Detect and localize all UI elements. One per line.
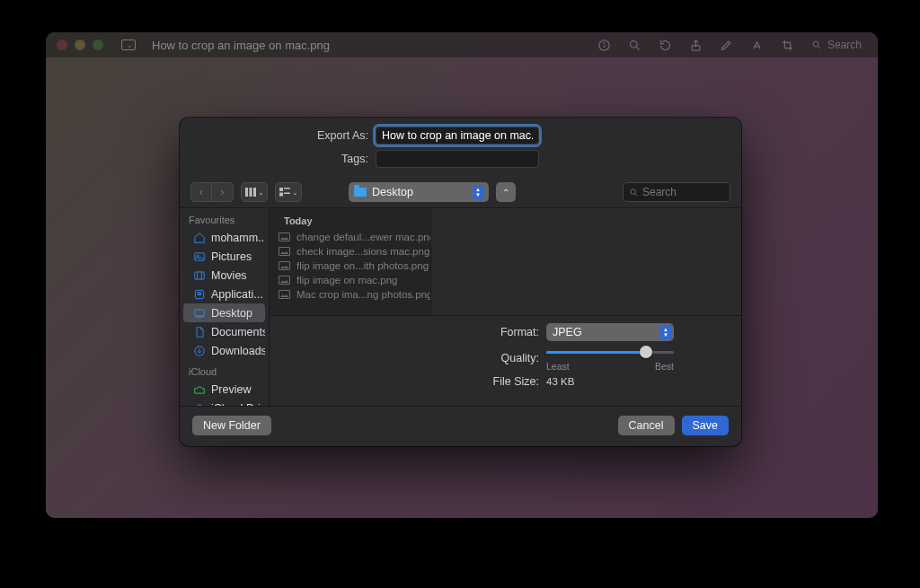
svg-rect-24 xyxy=(194,309,204,315)
svg-rect-10 xyxy=(249,188,252,197)
export-as-label: Export As: xyxy=(196,129,376,142)
cancel-button[interactable]: Cancel xyxy=(618,416,675,435)
quality-best-label: Best xyxy=(655,361,674,372)
svg-rect-23 xyxy=(195,290,203,298)
filename-input[interactable] xyxy=(376,127,539,145)
format-label: Format: xyxy=(286,326,546,338)
file-column: Today change defaul...ewer mac.png check… xyxy=(270,208,431,315)
filesize-value: 43 KB xyxy=(546,376,574,387)
sidebar-item-icloud-drive[interactable]: iCloud Dri... xyxy=(183,399,265,406)
image-file-icon xyxy=(279,276,290,285)
image-file-icon xyxy=(279,290,290,299)
today-header: Today xyxy=(270,208,430,230)
sidebar-item-movies[interactable]: Movies xyxy=(183,266,265,285)
quality-slider[interactable] xyxy=(546,345,674,359)
nav-toolbar: ‹ › ⌄ ⌄ Desktop ▲▼ ⌃ Search xyxy=(180,179,741,207)
minimize-window-button[interactable] xyxy=(75,39,85,50)
sidebar-item-home[interactable]: mohamm... xyxy=(183,228,265,247)
window-title: How to crop an image on mac.png xyxy=(152,39,590,52)
save-button[interactable]: Save xyxy=(682,416,730,435)
svg-rect-15 xyxy=(284,193,290,195)
save-sidebar: Favourites mohamm... Pictures Movies App… xyxy=(180,208,270,406)
close-window-button[interactable] xyxy=(57,39,67,50)
quality-label: Quality: xyxy=(286,352,546,364)
zoom-window-button[interactable] xyxy=(93,39,103,50)
image-file-icon xyxy=(279,261,290,270)
markup-icon[interactable] xyxy=(720,38,734,52)
sidebar-section-favourites: Favourites xyxy=(180,208,269,228)
svg-point-2 xyxy=(605,42,606,43)
sheet-footer: New Folder Cancel Save xyxy=(180,406,741,446)
location-label: Desktop xyxy=(372,186,467,198)
svg-rect-11 xyxy=(253,188,256,197)
quality-least-label: Least xyxy=(546,361,570,372)
tags-input[interactable] xyxy=(376,150,539,168)
sidebar-item-documents[interactable]: Documents xyxy=(183,322,265,341)
sidebar-section-icloud: iCloud xyxy=(180,360,269,380)
collapse-button[interactable]: ⌃ xyxy=(496,182,516,202)
folder-icon xyxy=(354,188,367,197)
file-item[interactable]: flip image on mac.png xyxy=(270,273,430,287)
svg-point-7 xyxy=(813,41,818,47)
svg-rect-14 xyxy=(279,193,283,197)
sidebar-item-desktop[interactable]: Desktop xyxy=(183,303,265,322)
tags-label: Tags: xyxy=(196,153,376,165)
new-folder-button[interactable]: New Folder xyxy=(192,416,271,435)
svg-line-17 xyxy=(635,193,637,195)
format-popup[interactable]: JPEG ▲▼ xyxy=(546,323,674,341)
sheet-search[interactable]: Search xyxy=(623,182,730,202)
updown-icon: ▲▼ xyxy=(659,325,672,339)
info-icon[interactable] xyxy=(597,38,612,52)
filesize-label: File Size: xyxy=(286,375,546,388)
highlight-icon[interactable] xyxy=(750,38,765,52)
export-save-sheet: Export As: Tags: ‹ › ⌄ ⌄ Desktop ▲▼ ⌃ Se… xyxy=(180,118,741,446)
svg-rect-12 xyxy=(279,188,283,191)
updown-icon: ▲▼ xyxy=(473,185,483,199)
rotate-icon[interactable] xyxy=(659,38,673,52)
toolbar-search[interactable]: Search xyxy=(811,39,862,51)
empty-column xyxy=(431,208,741,315)
file-item[interactable]: check image...sions mac.png xyxy=(270,244,430,259)
toolbar-search-placeholder: Search xyxy=(827,39,862,51)
sidebar-item-pictures[interactable]: Pictures xyxy=(183,247,265,266)
share-icon[interactable] xyxy=(689,38,703,52)
file-item[interactable]: Mac crop ima...ng photos.png xyxy=(270,287,430,302)
crop-icon[interactable] xyxy=(781,38,795,52)
svg-rect-9 xyxy=(245,188,248,197)
magnifier-icon[interactable] xyxy=(628,38,642,52)
svg-point-16 xyxy=(631,189,636,194)
window-controls xyxy=(57,39,103,50)
location-popup[interactable]: Desktop ▲▼ xyxy=(349,182,489,202)
image-file-icon xyxy=(279,233,290,241)
image-file-icon xyxy=(279,247,290,256)
forward-button[interactable]: › xyxy=(212,182,234,202)
file-item[interactable]: change defaul...ewer mac.png xyxy=(270,230,430,244)
format-value: JPEG xyxy=(553,326,582,338)
svg-line-4 xyxy=(637,47,640,49)
file-item[interactable]: flip image on...ith photos.png xyxy=(270,259,430,273)
view-columns-button[interactable]: ⌄ xyxy=(241,182,268,202)
svg-line-8 xyxy=(818,47,820,49)
main-titlebar: ⌄ How to crop an image on mac.png Search xyxy=(46,32,878,57)
sidebar-item-downloads[interactable]: Downloads xyxy=(183,341,265,360)
back-button[interactable]: ‹ xyxy=(190,182,212,202)
slider-thumb[interactable] xyxy=(640,346,652,358)
sidebar-item-applications[interactable]: Applicati... xyxy=(183,285,265,303)
sidebar-toggle-icon[interactable]: ⌄ xyxy=(121,39,136,50)
svg-rect-20 xyxy=(194,271,204,278)
svg-point-3 xyxy=(631,40,638,48)
sidebar-item-preview[interactable]: Preview xyxy=(183,380,265,399)
sheet-search-placeholder: Search xyxy=(642,186,677,198)
group-button[interactable]: ⌄ xyxy=(275,182,302,202)
svg-rect-13 xyxy=(284,188,290,189)
